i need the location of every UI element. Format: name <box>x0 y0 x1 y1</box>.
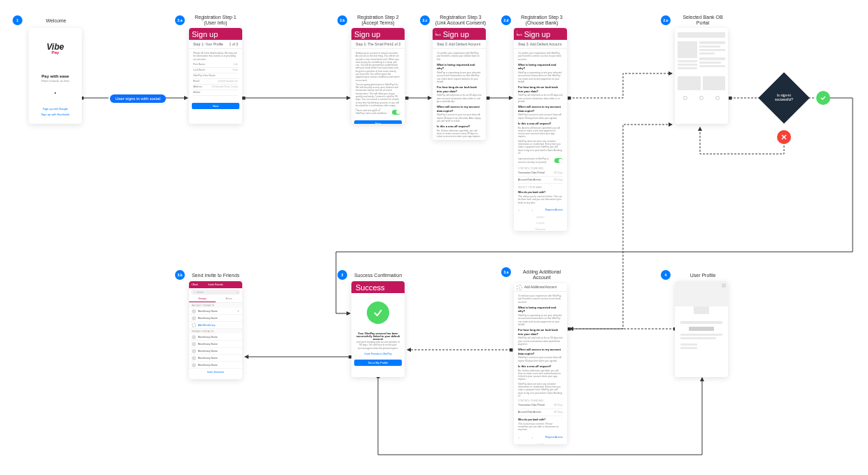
tab-groups[interactable]: Groups <box>189 296 216 302</box>
header: Sign up <box>189 28 242 40</box>
perm-label: I give permission to VibePay to connect … <box>518 157 552 164</box>
bank-picker[interactable]: HSBCLloydsNatwestRBSBarclaysHalifax <box>518 214 563 231</box>
form-field[interactable]: VibePay User Name <box>193 73 238 79</box>
who-heading: Who do you bank with? <box>518 191 563 194</box>
who-sub: This allows you to connect further. This… <box>518 195 563 204</box>
request-access-link[interactable]: Request Access <box>545 208 563 212</box>
add-beneficiary[interactable]: Add Beneficiary <box>189 322 242 329</box>
title-step3a: Registration Step 3 (Link Account Consen… <box>435 15 486 27</box>
add-icon: + <box>517 285 522 290</box>
bank-option[interactable]: Natwest <box>518 227 563 232</box>
header-title: Invite Friends <box>208 283 223 286</box>
consent-body: To confirm your registration with VibePa… <box>433 49 486 140</box>
bank-picker[interactable]: HSBCLloydsNatwestRBSBarclaysHalifax <box>518 441 563 444</box>
title-step2: Registration Step 2 (Accept Terms) <box>354 15 402 27</box>
contact-row[interactable]: Beneficiary Name <box>189 334 242 341</box>
next-button[interactable]: Next <box>192 103 239 109</box>
title-profile: User Profile <box>677 273 729 278</box>
title-invite: Send Invite to Friends <box>191 273 240 278</box>
form-field[interactable]: First NameJohn <box>193 62 238 68</box>
section-pinned: PINNED CONTACTS <box>189 329 242 334</box>
form-field[interactable]: Address101 Example Street, London <box>193 85 238 90</box>
footer1: VibePay does not store any sensitive inf… <box>518 383 563 397</box>
back-icon[interactable]: ‹Back <box>435 31 441 36</box>
select-heading: SELECT YOUR BANK <box>518 186 563 189</box>
badge-2e: 2.e <box>661 15 671 25</box>
header: ‹BackSign up <box>514 28 567 40</box>
settings-icon[interactable] <box>722 283 726 288</box>
contact-row[interactable]: Beneficiary Name <box>189 341 242 348</box>
success-msg: and we're keeping only account periods o… <box>356 341 400 350</box>
success-heading: Your VibePay account has been successful… <box>356 332 400 341</box>
form-field[interactable]: Emailjsmith@example.com <box>193 79 238 85</box>
screen-invite: ‹ Back Invite Friends ⌕ Search ● Groups … <box>189 281 242 379</box>
subheader: Step 1: Your Profile1 of 3 <box>189 40 242 49</box>
chevron-left-icon[interactable]: ‹ <box>518 434 519 440</box>
bank-option[interactable]: Lloyds <box>518 220 563 227</box>
badge-3: 3 <box>337 270 347 280</box>
search-input[interactable]: ⌕ Search ● <box>191 290 240 295</box>
tagline-sub: Direct to bank, no fees <box>41 79 69 83</box>
chevron-right-icon[interactable]: › <box>531 207 533 213</box>
invite-someone-link[interactable]: Invite Someone <box>189 369 242 376</box>
contact-row[interactable]: Beneficiary Name <box>189 362 242 369</box>
footer1: VibePay does not store any sensitive inf… <box>518 140 563 155</box>
back-icon[interactable]: ‹Back <box>517 31 522 36</box>
contact-row[interactable]: Beneficiary Name✓ <box>189 308 242 315</box>
badge-3a: 3.a <box>501 267 511 277</box>
control-row: Account Data Access90 Days <box>518 409 563 416</box>
tagline: Pay with ease <box>41 74 69 78</box>
badge-2a: 2.a <box>175 15 185 25</box>
bank-option[interactable]: HSBC <box>518 441 563 444</box>
screen-success: Success Your VibePay account has been su… <box>351 281 405 377</box>
title-addacct: Adding Additional Account <box>516 269 568 281</box>
who-heading: Who do you bank with? <box>518 418 563 422</box>
body: To enhance your experience with VibePay,… <box>514 292 567 444</box>
signup-facebook[interactable]: Sign up with Facebook <box>41 112 69 118</box>
title-step1: Registration Step 1 (User Info) <box>191 15 240 27</box>
terms-text: Setting up an account is easy & accurate… <box>351 49 405 109</box>
form-field[interactable]: Last NameSmith <box>193 68 238 73</box>
badge-3b: 3.b <box>175 270 185 280</box>
header: Sign up <box>351 28 405 40</box>
bank-option[interactable]: HSBC <box>518 214 563 220</box>
badge-4: 4 <box>661 270 671 280</box>
goto-profile-button[interactable]: Go to My Profile <box>354 360 402 366</box>
accept-label: I have read and agree to VibePay's terms… <box>356 109 390 115</box>
next-button[interactable]: Next <box>354 120 402 124</box>
intro-text: Please fill in the details below. We onl… <box>193 52 238 61</box>
back-button[interactable]: ‹ Back <box>191 283 198 286</box>
mic-icon[interactable]: ● <box>237 291 238 294</box>
perm-toggle[interactable] <box>554 158 563 163</box>
chevron-right-icon[interactable]: › <box>531 434 533 440</box>
body: To confirm your registration with VibePa… <box>514 49 567 231</box>
decision-text: Is sign-in successful? <box>763 93 805 101</box>
header: ‹BackSign up <box>433 28 486 40</box>
subheader: Step 3: Add Default Account <box>514 40 567 49</box>
screen-step3a: ‹BackSign up Step 3: Add Default Account… <box>433 28 486 140</box>
intro: To confirm your registration with VibePa… <box>518 52 563 61</box>
contact-row[interactable]: Beneficiary Name <box>189 348 242 355</box>
contact-row[interactable]: Beneficiary Name <box>189 355 242 362</box>
who-sub: This account you connect. Please remembe… <box>518 423 563 432</box>
accept-toggle[interactable] <box>392 110 400 115</box>
search-icon: ⌕ <box>194 291 195 294</box>
page-indicator <box>55 92 56 94</box>
fail-icon <box>777 130 791 144</box>
check-icon <box>367 302 389 324</box>
form: Please fill in the details below. We onl… <box>189 49 242 99</box>
contact-row[interactable]: Beneficiary Name <box>189 315 242 322</box>
tab-active[interactable]: Active <box>216 296 242 302</box>
pill-social-signin: User signs in with social <box>110 94 166 103</box>
chevron-left-icon[interactable]: ‹ <box>518 207 519 213</box>
screen-portal <box>675 28 728 124</box>
signup-google[interactable]: Sign up with Google <box>41 106 69 112</box>
request-access-link[interactable]: Request Access <box>545 436 563 439</box>
accept-row: I have read and agree to VibePay's terms… <box>351 109 405 116</box>
badge-1: 1 <box>13 15 22 25</box>
form-field[interactable]: Mobile <box>193 90 238 96</box>
invite-link[interactable]: Invite Friends to VibePay <box>356 353 400 355</box>
intro: To confirm your registration with VibePa… <box>437 52 482 61</box>
screen-step1: Sign up Step 1: Your Profile1 of 3 Pleas… <box>189 28 242 124</box>
flow-canvas: 1 Welcome Vibe Pay Pay with ease Direct … <box>0 0 868 475</box>
